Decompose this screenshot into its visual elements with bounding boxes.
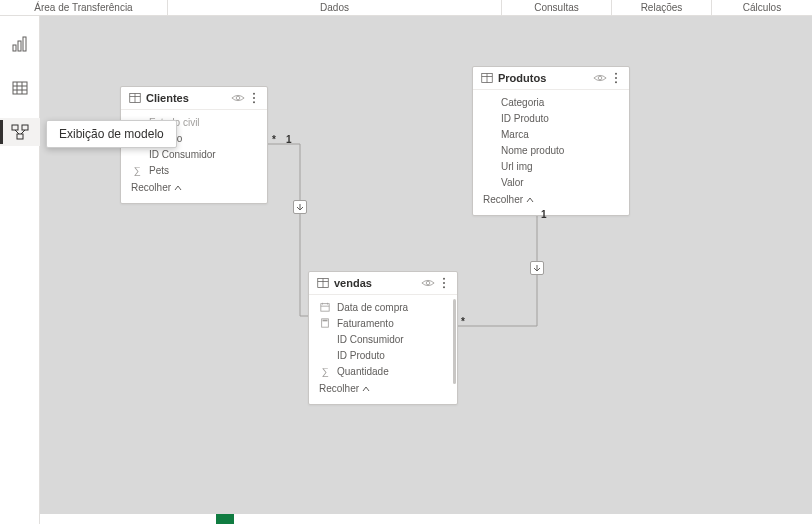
filter-direction-icon[interactable] xyxy=(530,261,544,275)
sigma-icon: ∑ xyxy=(319,365,331,377)
svg-point-33 xyxy=(443,286,445,288)
field-row[interactable]: Marca xyxy=(473,126,629,142)
field-label: Quantidade xyxy=(337,366,389,377)
chevron-up-icon xyxy=(174,184,182,192)
cardinality-label: 1 xyxy=(541,209,547,220)
ribbon-group-relations: Relações xyxy=(612,0,712,15)
status-bar xyxy=(40,514,812,524)
cardinality-label: * xyxy=(461,316,465,327)
field-row[interactable]: ID Produto xyxy=(309,347,457,363)
svg-rect-8 xyxy=(12,125,18,130)
report-view-button[interactable] xyxy=(0,30,40,58)
svg-line-12 xyxy=(21,130,25,134)
table-header[interactable]: vendas xyxy=(309,272,457,295)
table-title: vendas xyxy=(334,277,416,289)
svg-point-19 xyxy=(253,101,255,103)
sigma-icon: ∑ xyxy=(131,164,143,176)
field-label: ID Consumidor xyxy=(337,334,404,345)
more-icon[interactable] xyxy=(439,277,449,289)
table-header[interactable]: Clientes xyxy=(121,87,267,110)
svg-point-31 xyxy=(443,278,445,280)
field-label: Marca xyxy=(501,129,529,140)
field-row[interactable]: Faturamento xyxy=(309,315,457,331)
field-label: ID Produto xyxy=(501,113,549,124)
field-row[interactable]: Categoria xyxy=(473,94,629,110)
collapse-button[interactable]: Recolher xyxy=(121,178,267,199)
svg-rect-10 xyxy=(17,134,23,139)
svg-point-24 xyxy=(615,73,617,75)
more-icon[interactable] xyxy=(611,72,621,84)
field-label: Nome produto xyxy=(501,145,564,156)
table-icon xyxy=(317,277,329,289)
svg-point-16 xyxy=(236,96,240,100)
svg-point-30 xyxy=(426,281,430,285)
field-label: Categoria xyxy=(501,97,544,108)
calendar-icon xyxy=(319,301,331,313)
calculator-icon xyxy=(319,317,331,329)
field-row[interactable]: ID Consumidor xyxy=(121,146,267,162)
ribbon-group-calcs: Cálculos xyxy=(712,0,812,15)
table-icon xyxy=(12,80,28,96)
field-row[interactable]: ID Produto xyxy=(473,110,629,126)
cardinality-label: 1 xyxy=(286,134,292,145)
svg-rect-3 xyxy=(13,82,27,94)
field-row[interactable]: ID Consumidor xyxy=(309,331,457,347)
svg-point-26 xyxy=(615,81,617,83)
svg-rect-2 xyxy=(23,37,26,51)
svg-point-32 xyxy=(443,282,445,284)
model-canvas[interactable]: Clientes Estado civil Gênero ID Consumid… xyxy=(40,16,812,524)
chevron-up-icon xyxy=(362,385,370,393)
table-title: Produtos xyxy=(498,72,588,84)
table-card-produtos[interactable]: Produtos Categoria ID Produto Marca Nome… xyxy=(472,66,630,216)
svg-line-11 xyxy=(15,130,19,134)
table-card-vendas[interactable]: vendas Data de compra Faturam xyxy=(308,271,458,405)
field-label: Data de compra xyxy=(337,302,408,313)
ribbon-group-data: Dados xyxy=(168,0,502,15)
svg-point-25 xyxy=(615,77,617,79)
field-row[interactable]: Valor xyxy=(473,174,629,190)
field-row[interactable]: Nome produto xyxy=(473,142,629,158)
field-row[interactable]: Url img xyxy=(473,158,629,174)
field-row[interactable]: Data de compra xyxy=(309,299,457,315)
svg-rect-34 xyxy=(321,304,329,312)
more-icon[interactable] xyxy=(249,92,259,104)
field-label: Pets xyxy=(149,165,169,176)
svg-rect-0 xyxy=(13,45,16,51)
model-icon xyxy=(11,124,29,140)
table-icon xyxy=(129,92,141,104)
chevron-up-icon xyxy=(526,196,534,204)
eye-icon[interactable] xyxy=(421,277,435,289)
svg-rect-1 xyxy=(18,41,21,51)
field-label: ID Consumidor xyxy=(149,149,216,160)
data-view-button[interactable] xyxy=(0,74,40,102)
table-title: Clientes xyxy=(146,92,226,104)
ribbon-group-labels: Área de Transferência Dados Consultas Re… xyxy=(0,0,812,16)
field-label: Url img xyxy=(501,161,533,172)
collapse-button[interactable]: Recolher xyxy=(309,379,457,400)
model-view-button[interactable] xyxy=(0,118,40,146)
eye-icon[interactable] xyxy=(231,92,245,104)
field-label: Valor xyxy=(501,177,524,188)
field-row[interactable]: ∑ Pets xyxy=(121,162,267,178)
ribbon-group-clipboard: Área de Transferência xyxy=(0,0,168,15)
field-label: Faturamento xyxy=(337,318,394,329)
collapse-button[interactable]: Recolher xyxy=(473,190,629,211)
svg-point-17 xyxy=(253,93,255,95)
cardinality-label: * xyxy=(272,134,276,145)
eye-icon[interactable] xyxy=(593,72,607,84)
view-switcher: Exibição de modelo xyxy=(0,16,40,524)
table-icon xyxy=(481,72,493,84)
model-view-tooltip: Exibição de modelo xyxy=(46,120,177,148)
svg-rect-9 xyxy=(22,125,28,130)
field-row[interactable]: ∑ Quantidade xyxy=(309,363,457,379)
field-label: ID Produto xyxy=(337,350,385,361)
filter-direction-icon[interactable] xyxy=(293,200,307,214)
ribbon-group-queries: Consultas xyxy=(502,0,612,15)
svg-rect-39 xyxy=(323,320,328,322)
table-header[interactable]: Produtos xyxy=(473,67,629,90)
scrollbar[interactable] xyxy=(453,299,456,384)
svg-point-23 xyxy=(598,76,602,80)
svg-point-18 xyxy=(253,97,255,99)
bar-chart-icon xyxy=(12,36,28,52)
